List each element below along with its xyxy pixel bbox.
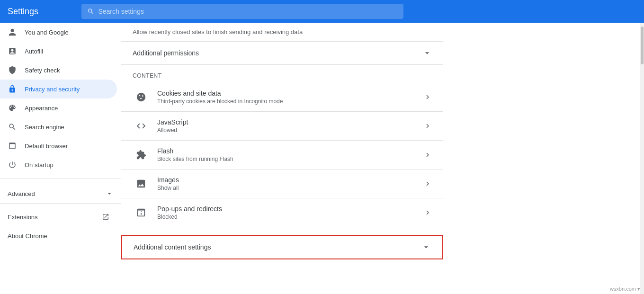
- search-bar[interactable]: [81, 4, 403, 19]
- scrollbar-thumb[interactable]: [641, 27, 644, 64]
- cookie-icon: [133, 89, 150, 106]
- sidebar: You and Google Autofill Safety check Pri…: [0, 23, 121, 294]
- chevron-down-icon: [421, 242, 431, 252]
- additional-content-settings-item[interactable]: Additional content settings: [121, 235, 443, 259]
- chevron-down-icon: [422, 48, 432, 58]
- sidebar-item-label: Safety check: [25, 67, 60, 74]
- sidebar-item-label: Search engine: [25, 124, 64, 131]
- sidebar-item-you-and-google[interactable]: You and Google: [0, 23, 117, 42]
- app-header: Settings: [0, 0, 644, 23]
- sidebar-item-label: About Chrome: [8, 232, 47, 240]
- svg-point-3: [140, 98, 142, 99]
- sidebar-item-label: Extensions: [8, 214, 38, 221]
- palette-icon: [8, 103, 17, 113]
- flash-item[interactable]: Flash Block sites from running Flash: [121, 141, 443, 169]
- additional-permissions-label: Additional permissions: [133, 49, 422, 57]
- svg-point-1: [139, 95, 140, 96]
- content-section-header: Content: [121, 65, 443, 83]
- sidebar-item-about-chrome[interactable]: About Chrome: [0, 226, 117, 245]
- chevron-right-icon: [423, 93, 432, 101]
- chevron-right-icon: [423, 208, 432, 217]
- top-partial-text: Allow recently closed sites to finish se…: [121, 23, 443, 42]
- autofill-icon: [8, 46, 17, 56]
- sidebar-item-appearance[interactable]: Appearance: [0, 98, 117, 117]
- code-icon: [133, 117, 150, 134]
- sidebar-item-extensions[interactable]: Extensions: [0, 207, 117, 226]
- additional-content-settings-label: Additional content settings: [134, 243, 421, 251]
- divider: [0, 178, 121, 178]
- flash-text: Flash Block sites from running Flash: [157, 147, 423, 162]
- app-title: Settings: [8, 7, 74, 17]
- watermark: wsxbn.com ▾: [610, 286, 640, 292]
- external-link-icon: [102, 213, 109, 221]
- default-browser-icon: [8, 141, 17, 151]
- svg-point-0: [137, 93, 145, 101]
- advanced-label: Advanced: [8, 190, 35, 197]
- image-icon: [133, 175, 150, 192]
- chevron-down-icon: [106, 190, 113, 197]
- search-input[interactable]: [98, 8, 398, 15]
- sidebar-item-label: You and Google: [25, 29, 69, 36]
- sidebar-item-label: On startup: [25, 161, 54, 169]
- sidebar-item-privacy-and-security[interactable]: Privacy and security: [0, 80, 117, 98]
- javascript-text: JavaScript Allowed: [157, 118, 423, 134]
- sidebar-item-search-engine[interactable]: Search engine: [0, 117, 117, 136]
- content-inner: Allow recently closed sites to finish se…: [121, 23, 443, 259]
- search-icon: [87, 8, 94, 15]
- sidebar-item-safety-check[interactable]: Safety check: [0, 61, 117, 80]
- additional-permissions-item[interactable]: Additional permissions: [121, 42, 443, 65]
- sidebar-item-default-browser[interactable]: Default browser: [0, 136, 117, 155]
- divider: [0, 203, 121, 204]
- chevron-right-icon: [423, 179, 432, 188]
- puzzle-icon: [133, 146, 150, 163]
- javascript-item[interactable]: JavaScript Allowed: [121, 112, 443, 141]
- chevron-right-icon: [423, 151, 432, 159]
- cookies-text: Cookies and site data Third-party cookie…: [157, 89, 423, 105]
- svg-point-2: [142, 95, 143, 97]
- chevron-right-icon: [423, 122, 432, 130]
- images-item[interactable]: Images Show all: [121, 169, 443, 198]
- sidebar-item-autofill[interactable]: Autofill: [0, 42, 117, 61]
- images-text: Images Show all: [157, 176, 423, 191]
- scrollbar-track[interactable]: [640, 23, 644, 294]
- sidebar-item-on-startup[interactable]: On startup: [0, 155, 117, 174]
- power-icon: [8, 160, 17, 169]
- popups-text: Pop-ups and redirects Blocked: [157, 205, 423, 220]
- main-layout: You and Google Autofill Safety check Pri…: [0, 23, 644, 294]
- cookies-item[interactable]: Cookies and site data Third-party cookie…: [121, 83, 443, 112]
- sidebar-item-label: Appearance: [25, 105, 58, 112]
- sidebar-item-label: Autofill: [25, 48, 43, 55]
- advanced-section[interactable]: Advanced: [0, 182, 121, 199]
- search-engine-icon: [8, 122, 17, 132]
- popups-item[interactable]: Pop-ups and redirects Blocked: [121, 198, 443, 227]
- person-icon: [8, 27, 17, 37]
- content-area: Allow recently closed sites to finish se…: [121, 23, 640, 294]
- sidebar-item-label: Default browser: [25, 143, 68, 150]
- shield-icon: [8, 65, 17, 75]
- popup-icon: [133, 204, 150, 221]
- lock-icon: [8, 84, 17, 94]
- sidebar-item-label: Privacy and security: [25, 86, 80, 93]
